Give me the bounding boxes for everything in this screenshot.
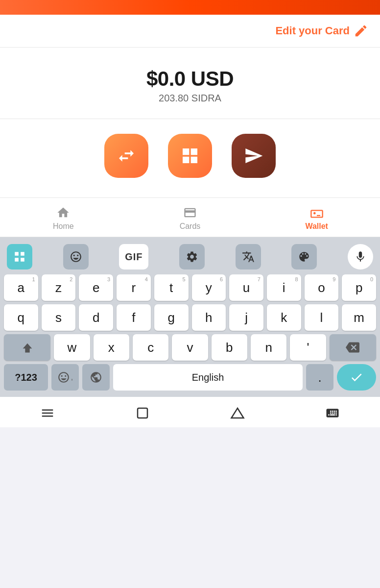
key-e[interactable]: e3 <box>79 274 113 301</box>
key-return[interactable] <box>337 364 376 391</box>
edit-card-label: Edit your Card <box>275 24 350 37</box>
balance-sidra: 203.80 SIDRA <box>0 93 380 104</box>
nav-home[interactable]: Home <box>44 206 83 231</box>
bottom-nav: Home Cards Wallet <box>0 198 380 237</box>
gif-label: GIF <box>125 251 142 263</box>
key-backspace[interactable] <box>330 334 376 361</box>
emoji-icon <box>57 371 70 384</box>
keyboard-row-1: a1 z2 e3 r4 t5 y6 u7 i8 o9 p0 <box>2 274 378 301</box>
send-button[interactable] <box>232 134 276 178</box>
key-w[interactable]: w <box>54 334 90 361</box>
top-gradient <box>0 0 380 15</box>
key-b[interactable]: b <box>212 334 247 361</box>
keyboard-settings-key[interactable] <box>179 244 205 270</box>
svg-marker-1 <box>232 408 244 418</box>
key-j[interactable]: j <box>229 304 263 331</box>
key-c[interactable]: c <box>133 334 168 361</box>
key-y[interactable]: y6 <box>192 274 226 301</box>
sticker-icon <box>70 250 82 263</box>
key-v[interactable]: v <box>172 334 208 361</box>
send-icon <box>244 146 263 166</box>
key-apostrophe[interactable]: ' <box>290 334 326 361</box>
nav-keyboard-button[interactable] <box>323 404 342 422</box>
checkmark-icon <box>350 370 363 384</box>
comma-label: , <box>71 373 73 381</box>
key-x[interactable]: x <box>94 334 129 361</box>
table-button[interactable] <box>168 134 212 178</box>
keyboard: GIF a1 z2 e3 r4 t5 y6 u7 <box>0 237 380 397</box>
wallet-icon <box>310 206 324 220</box>
cards-icon <box>183 206 197 220</box>
keyboard-translate-key[interactable] <box>236 244 261 270</box>
num-switch-label: ?123 <box>15 372 37 383</box>
exchange-icon <box>117 146 136 166</box>
key-o[interactable]: o9 <box>305 274 339 301</box>
key-q[interactable]: q <box>4 304 38 331</box>
keyboard-mic-key[interactable] <box>348 244 373 270</box>
home-square-icon <box>135 406 150 420</box>
key-shift[interactable] <box>4 334 50 361</box>
key-u[interactable]: u7 <box>229 274 263 301</box>
key-f[interactable]: f <box>117 304 151 331</box>
settings-icon <box>186 250 198 263</box>
keyboard-row-2: q s d f g h j k l m <box>2 304 378 331</box>
key-emoji[interactable]: , <box>51 364 79 391</box>
key-space[interactable]: English <box>113 364 303 391</box>
balance-area: $0.0 USD 203.80 SIDRA <box>0 48 380 119</box>
key-l[interactable]: l <box>305 304 339 331</box>
keyboard-icon <box>325 406 340 420</box>
home-icon <box>56 206 70 220</box>
key-period[interactable]: . <box>306 364 333 391</box>
exchange-button[interactable] <box>104 134 148 178</box>
globe-icon <box>90 371 102 384</box>
keyboard-sticker-key[interactable] <box>63 244 89 270</box>
nav-back-button[interactable] <box>228 404 247 422</box>
key-m[interactable]: m <box>342 304 376 331</box>
svg-rect-0 <box>138 408 147 418</box>
key-s[interactable]: s <box>42 304 76 331</box>
nav-home-button[interactable] <box>133 404 152 422</box>
nav-home-label: Home <box>53 222 74 231</box>
translate-icon <box>242 250 255 263</box>
key-t[interactable]: t5 <box>154 274 189 301</box>
nav-cards[interactable]: Cards <box>170 206 210 231</box>
action-buttons <box>0 119 380 198</box>
space-label: English <box>192 372 224 383</box>
period-label: . <box>318 370 321 385</box>
keyboard-row-3: w x c v b n ' <box>2 334 378 361</box>
palette-icon <box>298 250 310 263</box>
key-a[interactable]: a1 <box>4 274 38 301</box>
backspace-icon <box>346 341 359 354</box>
key-i[interactable]: i8 <box>267 274 301 301</box>
key-p[interactable]: p0 <box>342 274 376 301</box>
key-h[interactable]: h <box>192 304 226 331</box>
menu-icon <box>40 406 55 420</box>
key-g[interactable]: g <box>154 304 189 331</box>
key-z[interactable]: z2 <box>42 274 76 301</box>
grid-icon <box>13 250 26 263</box>
table-icon <box>180 146 200 166</box>
header: Edit your Card <box>0 15 380 48</box>
keyboard-palette-key[interactable] <box>291 244 317 270</box>
key-d[interactable]: d <box>79 304 113 331</box>
key-n[interactable]: n <box>251 334 286 361</box>
key-num-switch[interactable]: ?123 <box>4 364 48 391</box>
nav-wallet[interactable]: Wallet <box>297 206 336 231</box>
keyboard-toolbar: GIF <box>2 241 378 274</box>
key-r[interactable]: r4 <box>117 274 151 301</box>
system-nav <box>0 397 380 427</box>
balance-usd: $0.0 USD <box>0 67 380 91</box>
key-k[interactable]: k <box>267 304 301 331</box>
keyboard-grid-key[interactable] <box>7 244 32 270</box>
triangle-icon <box>230 406 245 420</box>
nav-menu-button[interactable] <box>38 404 57 422</box>
key-globe[interactable] <box>82 364 110 391</box>
edit-icon <box>354 24 368 38</box>
nav-cards-label: Cards <box>180 222 201 231</box>
edit-card-button[interactable]: Edit your Card <box>275 24 368 38</box>
keyboard-bottom-row: ?123 , English . <box>2 364 378 391</box>
nav-wallet-label: Wallet <box>305 222 328 231</box>
mic-icon <box>354 250 367 263</box>
shift-icon <box>21 341 34 354</box>
keyboard-gif-key[interactable]: GIF <box>119 244 148 270</box>
